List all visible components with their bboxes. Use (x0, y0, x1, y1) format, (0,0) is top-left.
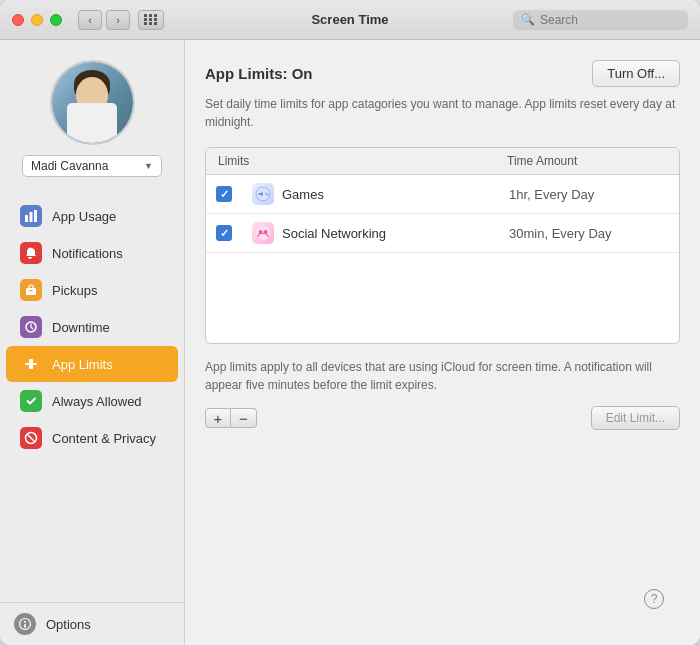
grid-button[interactable] (138, 10, 164, 30)
sidebar-item-label-notifications: Notifications (52, 246, 123, 261)
sidebar-footer: Options (0, 602, 184, 645)
table-header: Limits Time Amount (206, 148, 679, 175)
person-body (67, 103, 117, 143)
options-item[interactable]: Options (14, 613, 170, 635)
limits-table: Limits Time Amount (205, 147, 680, 344)
chevron-down-icon: ▼ (144, 161, 153, 171)
detail-title: App Limits: On (205, 65, 313, 82)
maximize-button[interactable] (50, 14, 62, 26)
content-privacy-icon (20, 427, 42, 449)
sidebar-item-label-pickups: Pickups (52, 283, 98, 298)
empty-rows (206, 253, 679, 343)
svg-point-14 (24, 621, 26, 623)
app-info-social: Social Networking (252, 222, 509, 244)
svg-rect-7 (25, 363, 37, 365)
action-buttons: + − (205, 408, 257, 428)
col-header-limits: Limits (218, 154, 507, 168)
add-limit-button[interactable]: + (205, 408, 231, 428)
back-button[interactable]: ‹ (78, 10, 102, 30)
table-row: Social Networking 30min, Every Day (206, 214, 679, 253)
bottom-note: App limits apply to all devices that are… (205, 358, 680, 394)
forward-button[interactable]: › (106, 10, 130, 30)
notifications-icon (20, 242, 42, 264)
detail-panel: App Limits: On Turn Off... Set daily tim… (185, 40, 700, 645)
back-icon: ‹ (88, 14, 92, 26)
remove-limit-button[interactable]: − (231, 408, 257, 428)
pickups-icon (20, 279, 42, 301)
svg-rect-1 (30, 212, 33, 222)
svg-rect-8 (29, 359, 33, 363)
window-title: Screen Time (311, 12, 388, 27)
sidebar-item-downtime[interactable]: Downtime (6, 309, 178, 345)
sidebar-item-label-always-allowed: Always Allowed (52, 394, 142, 409)
app-name-social: Social Networking (282, 226, 386, 241)
svg-line-12 (28, 435, 34, 441)
sidebar: Madi Cavanna ▼ App Usage (0, 40, 185, 645)
help-button[interactable]: ? (644, 589, 664, 609)
sidebar-item-always-allowed[interactable]: Always Allowed (6, 383, 178, 419)
always-allowed-icon (20, 390, 42, 412)
turn-off-button[interactable]: Turn Off... (592, 60, 680, 87)
nav-buttons: ‹ › (78, 10, 130, 30)
options-icon (14, 613, 36, 635)
table-actions: + − Edit Limit... (205, 406, 680, 430)
sidebar-item-label-downtime: Downtime (52, 320, 110, 335)
sidebar-item-notifications[interactable]: Notifications (6, 235, 178, 271)
forward-icon: › (116, 14, 120, 26)
downtime-icon (20, 316, 42, 338)
screen-time-window: ‹ › Screen Time 🔍 (0, 0, 700, 645)
minimize-button[interactable] (31, 14, 43, 26)
svg-rect-2 (34, 210, 37, 222)
sidebar-item-label-content-privacy: Content & Privacy (52, 431, 156, 446)
user-name: Madi Cavanna (31, 159, 108, 173)
sidebar-item-label-app-usage: App Usage (52, 209, 116, 224)
svg-rect-4 (30, 290, 33, 292)
sidebar-item-app-usage[interactable]: App Usage (6, 198, 178, 234)
app-limits-icon (20, 353, 42, 375)
col-header-time: Time Amount (507, 154, 667, 168)
app-icon-social (252, 222, 274, 244)
sidebar-item-app-limits[interactable]: App Limits (6, 346, 178, 382)
svg-rect-0 (25, 215, 28, 222)
svg-point-19 (265, 193, 267, 195)
grid-icon (144, 14, 158, 25)
time-games: 1hr, Every Day (509, 187, 669, 202)
user-selector[interactable]: Madi Cavanna ▼ (22, 155, 162, 177)
detail-subtitle: Set daily time limits for app catagories… (205, 95, 680, 131)
sidebar-item-pickups[interactable]: Pickups (6, 272, 178, 308)
time-social: 30min, Every Day (509, 226, 669, 241)
svg-rect-9 (29, 365, 33, 369)
main-content: Madi Cavanna ▼ App Usage (0, 40, 700, 645)
table-row: Games 1hr, Every Day (206, 175, 679, 214)
search-input[interactable] (540, 13, 680, 27)
traffic-lights (12, 14, 62, 26)
sidebar-item-content-privacy[interactable]: Content & Privacy (6, 420, 178, 456)
sidebar-nav: App Usage Notifications (0, 193, 184, 602)
app-info-games: Games (252, 183, 509, 205)
options-label: Options (46, 617, 91, 632)
avatar (50, 60, 135, 145)
edit-limit-button[interactable]: Edit Limit... (591, 406, 680, 430)
profile-section: Madi Cavanna ▼ (0, 40, 184, 193)
checkbox-games[interactable] (216, 186, 232, 202)
detail-header: App Limits: On Turn Off... (205, 60, 680, 87)
titlebar: ‹ › Screen Time 🔍 (0, 0, 700, 40)
search-icon: 🔍 (521, 13, 535, 26)
avatar-image (52, 62, 133, 143)
detail-title-status: On (292, 65, 313, 82)
svg-point-20 (267, 194, 269, 196)
person-figure (52, 62, 133, 143)
app-usage-icon (20, 205, 42, 227)
app-icon-games (252, 183, 274, 205)
svg-rect-15 (24, 624, 26, 628)
detail-wrapper: App Limits: On Turn Off... Set daily tim… (205, 60, 680, 625)
close-button[interactable] (12, 14, 24, 26)
search-box[interactable]: 🔍 (513, 10, 688, 30)
app-name-games: Games (282, 187, 324, 202)
checkbox-social[interactable] (216, 225, 232, 241)
sidebar-item-label-app-limits: App Limits (52, 357, 113, 372)
detail-title-prefix: App Limits: (205, 65, 292, 82)
